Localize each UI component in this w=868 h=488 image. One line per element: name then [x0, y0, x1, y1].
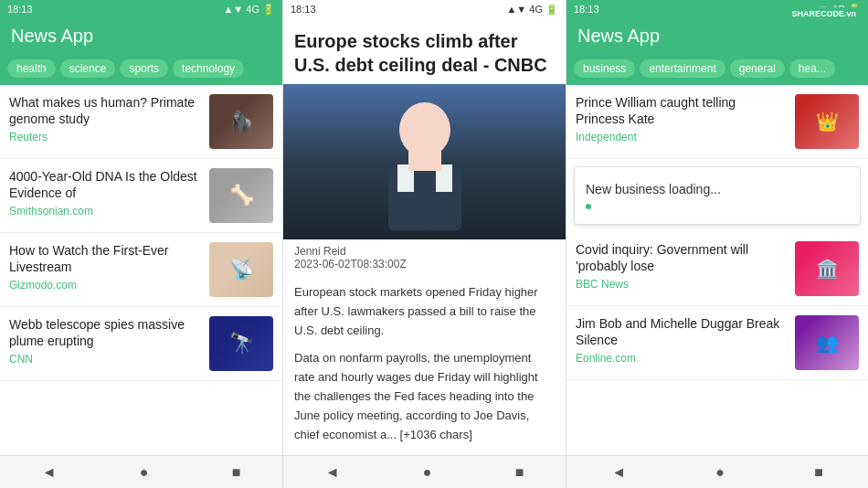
list-item[interactable]: Covid inquiry: Government will 'probably…: [566, 232, 868, 306]
category-business[interactable]: business: [574, 59, 635, 78]
signal-left: ▲▼ 4G 🔋: [223, 4, 275, 16]
category-health[interactable]: health: [7, 59, 56, 78]
signal-middle: ▲▼ 4G 🔋: [506, 4, 558, 16]
status-bar-left: 18:13 ▲▼ 4G 🔋: [0, 0, 282, 18]
news-source-1: Reuters: [9, 131, 202, 143]
back-button-left[interactable]: ◄: [42, 464, 57, 481]
article-title: Europe stocks climb after U.S. debt ceil…: [283, 18, 566, 84]
news-source-r4: Eonline.com: [576, 352, 788, 365]
news-title-1: What makes us human? Primate genome stud…: [9, 94, 202, 127]
news-source-4: CNN: [9, 353, 202, 366]
news-thumbnail-r1: 👑: [795, 94, 859, 149]
telescope-image: 🔭: [209, 316, 273, 371]
status-bar-right: 18:13 ▲▼ 4G 🔋 SHARECODE.vn: [566, 0, 868, 18]
category-technology[interactable]: technology: [173, 59, 244, 78]
left-panel: 18:13 ▲▼ 4G 🔋 News App health science sp…: [0, 0, 283, 488]
recent-button-middle[interactable]: ■: [515, 464, 524, 481]
fossil-image: 🦴: [209, 168, 273, 223]
list-item[interactable]: Jim Bob and Michelle Duggar Break Silenc…: [566, 306, 868, 380]
status-bar-middle: 18:13 ▲▼ 4G 🔋: [283, 0, 566, 18]
livestream-image: 📡: [209, 242, 273, 297]
list-item[interactable]: Prince William caught telling Princess K…: [566, 85, 868, 159]
category-entertainment[interactable]: entertainment: [640, 59, 725, 78]
category-science[interactable]: science: [60, 59, 116, 78]
news-list-left: What makes us human? Primate genome stud…: [0, 85, 282, 455]
sharecode-logo: SHARECODE.vn: [787, 7, 861, 20]
home-button-middle[interactable]: ●: [423, 464, 432, 481]
app-header-right: News App: [566, 18, 868, 54]
news-thumbnail-2: 🦴: [209, 168, 273, 223]
news-source-3: Gizmodo.com: [9, 279, 202, 292]
gorilla-image: 🦍: [209, 94, 273, 149]
news-title-r1: Prince William caught telling Princess K…: [576, 94, 788, 127]
news-text-1: What makes us human? Primate genome stud…: [9, 94, 202, 143]
list-item[interactable]: 4000-Year-Old DNA Is the Oldest Evidence…: [0, 159, 282, 233]
recent-button-left[interactable]: ■: [232, 464, 241, 481]
back-button-right[interactable]: ◄: [611, 464, 626, 481]
svg-rect-5: [408, 148, 441, 171]
news-text-r1: Prince William caught telling Princess K…: [576, 94, 788, 143]
category-general[interactable]: general: [730, 59, 785, 78]
news-title-3: How to Watch the First-Ever Livestream: [9, 242, 202, 275]
news-text-3: How to Watch the First-Ever Livestream G…: [9, 242, 202, 292]
category-health-right[interactable]: hea...: [789, 59, 835, 78]
article-meta: Jenni Reid 2023-06-02T08:33:00Z: [283, 239, 566, 276]
covid-image: 🏛️: [795, 241, 859, 296]
loading-dialog: New business loading...: [574, 166, 861, 225]
news-text-r3: Covid inquiry: Government will 'probably…: [576, 241, 788, 291]
right-panel: 18:13 ▲▼ 4G 🔋 SHARECODE.vn News App busi…: [566, 0, 868, 488]
article-paragraph-1: European stock markets opened Friday hig…: [294, 283, 555, 340]
recent-button-right[interactable]: ■: [814, 464, 823, 481]
news-thumbnail-4: 🔭: [209, 316, 273, 371]
article-author: Jenni Reid: [294, 245, 555, 258]
back-button-middle[interactable]: ◄: [325, 464, 340, 481]
duggar-image: 👥: [795, 315, 859, 370]
article-paragraph-2: Data on nonfarm payrolls, the unemployme…: [294, 349, 555, 444]
news-title-2: 4000-Year-Old DNA Is the Oldest Evidence…: [9, 168, 202, 201]
news-title-4: Webb telescope spies massive plume erupt…: [9, 316, 202, 349]
news-thumbnail-1: 🦍: [209, 94, 273, 149]
article-image: [283, 84, 566, 239]
svg-point-4: [407, 110, 443, 150]
news-text-4: Webb telescope spies massive plume erupt…: [9, 316, 202, 366]
politician-image: [283, 84, 566, 239]
news-title-r3: Covid inquiry: Government will 'probably…: [576, 241, 788, 274]
news-thumbnail-r4: 👥: [795, 315, 859, 370]
article-body: European stock markets opened Friday hig…: [283, 276, 566, 455]
loading-text: New business loading...: [586, 182, 849, 196]
category-sports[interactable]: sports: [120, 59, 168, 78]
time-middle: 18:13: [291, 4, 316, 15]
news-source-r1: Independent: [576, 131, 788, 143]
list-item[interactable]: Webb telescope spies massive plume erupt…: [0, 307, 282, 381]
time-left: 18:13: [7, 4, 33, 15]
middle-panel: 18:13 ▲▼ 4G 🔋 Europe stocks climb after …: [283, 0, 566, 488]
news-title-r4: Jim Bob and Michelle Duggar Break Silenc…: [576, 315, 788, 348]
news-thumbnail-3: 📡: [209, 242, 273, 297]
bottom-nav-right: ◄ ● ■: [566, 455, 868, 488]
list-item[interactable]: What makes us human? Primate genome stud…: [0, 85, 282, 159]
app-header-left: News App: [0, 18, 282, 54]
news-thumbnail-r3: 🏛️: [795, 241, 859, 296]
news-text-r4: Jim Bob and Michelle Duggar Break Silenc…: [576, 315, 788, 365]
home-button-right[interactable]: ●: [715, 464, 725, 481]
loading-dot: [586, 204, 591, 209]
home-button-left[interactable]: ●: [140, 464, 149, 481]
news-source-r3: BBC News: [576, 278, 788, 291]
bottom-nav-middle: ◄ ● ■: [283, 455, 566, 488]
category-row-right: business entertainment general hea...: [566, 54, 868, 85]
time-right: 18:13: [574, 4, 599, 15]
bottom-nav-left: ◄ ● ■: [0, 455, 282, 488]
news-source-2: Smithsonian.com: [9, 205, 202, 217]
list-item[interactable]: How to Watch the First-Ever Livestream G…: [0, 233, 282, 307]
news-text-2: 4000-Year-Old DNA Is the Oldest Evidence…: [9, 168, 202, 217]
royals-image: 👑: [795, 94, 859, 149]
news-list-right: Prince William caught telling Princess K…: [566, 85, 868, 455]
article-date: 2023-06-02T08:33:00Z: [294, 258, 555, 271]
category-row-left: health science sports technology: [0, 54, 282, 85]
